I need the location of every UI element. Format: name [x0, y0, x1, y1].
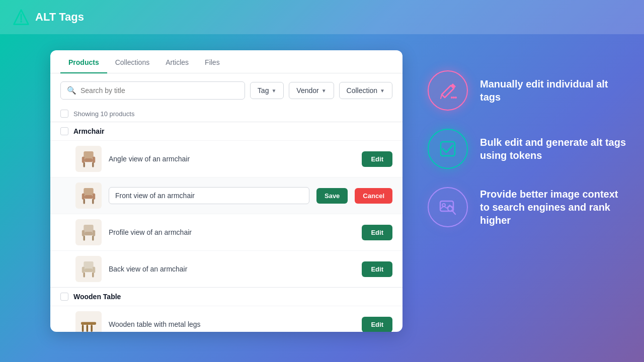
chevron-down-icon: ▼	[321, 88, 327, 94]
svg-point-34	[451, 97, 453, 99]
product-alt-text: Profile view of an armchair	[109, 228, 355, 236]
group-wooden-table: Wooden Table	[50, 287, 403, 306]
features-panel: Manually edit individual alt tags Bulk e…	[428, 70, 629, 227]
svg-rect-25	[82, 267, 85, 273]
group-armchair-label: Armchair	[73, 127, 104, 135]
feature-bulk-edit-icon-circle	[428, 129, 468, 169]
product-alt-text: Angle view of an armchair	[109, 155, 355, 163]
svg-rect-9	[84, 188, 93, 195]
save-button[interactable]: Save	[316, 188, 348, 204]
feature-seo-text: Provide better image context to search e…	[480, 188, 629, 227]
svg-rect-28	[82, 325, 84, 332]
svg-rect-13	[82, 194, 85, 200]
svg-rect-30	[91, 325, 93, 332]
edit-button[interactable]: Edit	[362, 151, 392, 167]
svg-rect-3	[84, 151, 93, 158]
product-thumbnail	[75, 183, 102, 209]
tab-files[interactable]: Files	[197, 50, 228, 73]
table-row: Save Cancel	[50, 177, 403, 214]
chair-icon	[77, 258, 100, 280]
search-image-icon	[438, 197, 458, 217]
table-row: Angle view of an armchair Edit	[50, 140, 403, 177]
tag-filter-button[interactable]: Tag ▼	[250, 82, 284, 99]
search-icon: 🔍	[67, 86, 76, 95]
feature-seo: Provide better image context to search e…	[428, 187, 629, 227]
collection-filter-button[interactable]: Collection ▼	[339, 82, 392, 99]
logo: ALT Tags	[12, 8, 84, 26]
logo-icon	[12, 8, 30, 26]
product-list: Showing 10 products Armchair Angle view …	[50, 108, 403, 332]
chair-icon	[77, 185, 100, 207]
product-alt-text: Back view of an armchair	[109, 265, 355, 273]
pencil-icon	[438, 80, 458, 101]
showing-row: Showing 10 products	[50, 108, 403, 122]
svg-rect-21	[84, 261, 93, 268]
feature-manually-edit-text: Manually edit individual alt tags	[480, 77, 629, 104]
svg-rect-15	[84, 225, 93, 232]
feature-bulk-edit: Bulk edit and generate alt tags using to…	[428, 129, 629, 169]
alt-text-input[interactable]	[109, 187, 309, 204]
cancel-button[interactable]: Cancel	[355, 188, 392, 204]
feature-manually-edit-icon-circle	[428, 70, 468, 111]
product-thumbnail	[75, 256, 102, 282]
header: ALT Tags	[0, 0, 644, 34]
table-row: Back view of an armchair Edit	[50, 250, 403, 287]
showing-count: Showing 10 products	[73, 110, 134, 118]
svg-rect-22	[85, 268, 93, 272]
svg-rect-20	[93, 230, 95, 236]
tabs-container: Products Collections Articles Files	[50, 50, 403, 73]
svg-point-33	[455, 97, 457, 99]
svg-rect-26	[93, 267, 95, 273]
table-row: Wooden table with metal legs Edit	[50, 306, 403, 332]
chair-icon	[77, 148, 100, 170]
chevron-down-icon: ▼	[380, 88, 385, 94]
product-thumbnail	[75, 146, 102, 172]
svg-point-2	[20, 21, 22, 23]
svg-line-31	[441, 95, 442, 99]
edit-button[interactable]: Edit	[362, 261, 392, 277]
select-all-checkbox[interactable]	[60, 110, 68, 118]
app-title: ALT Tags	[35, 11, 84, 24]
chair-icon	[77, 221, 100, 243]
product-alt-text: Wooden table with metal legs	[109, 320, 355, 328]
tab-collections[interactable]: Collections	[107, 50, 157, 73]
checkmark-icon	[438, 139, 458, 159]
svg-rect-8	[93, 157, 95, 163]
svg-point-39	[448, 206, 453, 211]
group-wooden-table-label: Wooden Table	[73, 293, 121, 301]
group-wooden-table-checkbox[interactable]	[60, 293, 68, 301]
svg-rect-4	[85, 158, 93, 162]
edit-button[interactable]: Edit	[362, 225, 392, 240]
tab-products[interactable]: Products	[60, 50, 107, 73]
svg-rect-27	[81, 322, 96, 325]
svg-rect-19	[82, 230, 85, 236]
svg-rect-29	[87, 325, 89, 332]
search-row: 🔍 Tag ▼ Vendor ▼ Collection ▼	[50, 73, 403, 108]
chevron-down-icon: ▼	[271, 88, 276, 94]
main-panel: Products Collections Articles Files 🔍 Ta…	[50, 50, 403, 332]
svg-rect-10	[85, 195, 93, 199]
product-thumbnail	[75, 219, 102, 245]
group-armchair-checkbox[interactable]	[60, 127, 68, 135]
table-row: Profile view of an armchair Edit	[50, 214, 403, 250]
svg-rect-14	[93, 194, 95, 200]
table-icon	[77, 313, 100, 332]
vendor-filter-button[interactable]: Vendor ▼	[289, 82, 334, 99]
feature-bulk-edit-text: Bulk edit and generate alt tags using to…	[480, 136, 629, 162]
search-box[interactable]: 🔍	[60, 81, 245, 100]
edit-button[interactable]: Edit	[362, 317, 392, 332]
feature-manually-edit: Manually edit individual alt tags	[428, 70, 629, 111]
feature-seo-icon-circle	[428, 187, 468, 227]
product-thumbnail	[75, 311, 102, 332]
svg-point-32	[453, 97, 455, 99]
search-input[interactable]	[80, 86, 238, 95]
svg-rect-16	[85, 232, 93, 235]
group-armchair: Armchair	[50, 122, 403, 140]
tab-articles[interactable]: Articles	[157, 50, 197, 73]
svg-rect-7	[82, 157, 85, 163]
